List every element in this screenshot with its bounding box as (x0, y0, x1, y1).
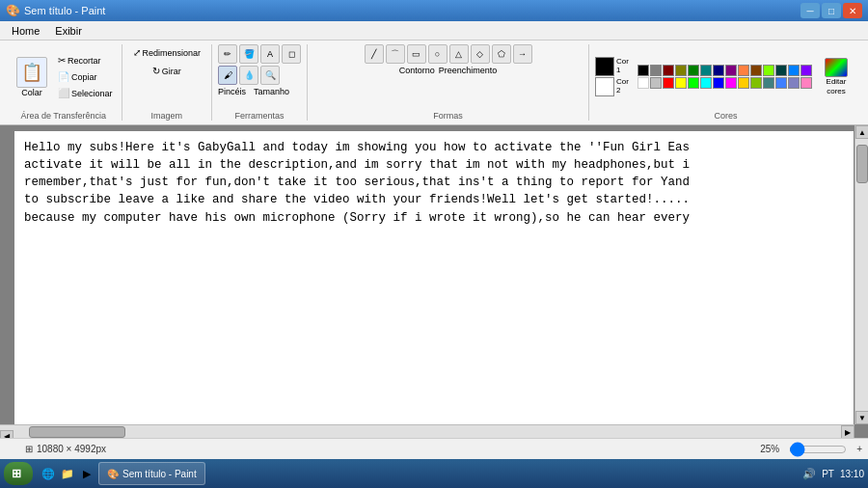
swatch-21[interactable] (725, 77, 737, 89)
swatch-8[interactable] (738, 65, 749, 76)
status-bar: ⊞ 10880 × 4992px 25% + (0, 438, 868, 459)
active-colors: Cor 1 Cor 2 (595, 57, 634, 96)
zoom-in-icon[interactable]: + (856, 444, 862, 454)
line-tool[interactable]: ╱ (365, 44, 384, 64)
swatch-7[interactable] (725, 65, 737, 76)
taskbar-paint-item[interactable]: 🎨 Sem título - Paint (98, 462, 205, 485)
select-button[interactable]: ⬜ Selecionar (55, 86, 116, 100)
swatch-18[interactable] (688, 77, 699, 89)
brushes-label: Pincéis (218, 87, 246, 96)
tray-volume-icon[interactable]: 🔊 (802, 468, 816, 480)
color-palette-grid (637, 65, 812, 89)
swatch-19[interactable] (700, 77, 712, 89)
vertical-scrollbar[interactable]: ▲ ▼ (854, 125, 868, 424)
swatch-14[interactable] (637, 77, 649, 89)
arrow-tool[interactable]: → (513, 44, 532, 64)
paste-icon: 📋 (16, 57, 47, 88)
swatch-27[interactable] (800, 77, 812, 89)
swatch-1[interactable] (650, 65, 662, 76)
swatch-12[interactable] (788, 65, 800, 76)
rotate-button[interactable]: ↻ Girar (148, 63, 186, 79)
resize-button[interactable]: ⤢ Redimensionar (128, 44, 206, 61)
swatch-13[interactable] (800, 65, 812, 76)
scroll-down-button[interactable]: ▼ (855, 411, 868, 424)
brush-tool[interactable]: 🖌 (218, 66, 237, 85)
taskbar-icon-folder[interactable]: 📁 (60, 466, 75, 481)
ribbon-content: 📋 Colar ✂ Recortar 📄 Copiar ⬜ (0, 41, 868, 124)
tools-label: Ferramentas (235, 109, 285, 121)
cut-label: Recortar (68, 56, 101, 66)
eraser-tool[interactable]: ◻ (282, 44, 301, 64)
tools-row1: ✏ 🪣 A ◻ (218, 44, 301, 64)
app-icon: 🎨 (6, 4, 20, 17)
taskbar-icon-ie[interactable]: 🌐 (41, 466, 56, 481)
fill-tool[interactable]: 🪣 (239, 44, 258, 64)
swatch-2[interactable] (663, 65, 674, 76)
clipboard-sub-buttons: ✂ Recortar 📄 Copiar ⬜ Selecionar (55, 53, 116, 100)
pentagon-tool[interactable]: ⬠ (492, 44, 511, 64)
swatch-11[interactable] (775, 65, 787, 76)
swatch-5[interactable] (700, 65, 712, 76)
select-icon: ⬜ (58, 88, 69, 98)
start-windows-icon: ⊞ (12, 467, 21, 480)
copy-button[interactable]: 📄 Copiar (55, 69, 116, 84)
swatch-9[interactable] (750, 65, 762, 76)
swatch-0[interactable] (637, 65, 649, 76)
swatch-3[interactable] (675, 65, 687, 76)
edit-colors-button[interactable]: Editar cores (816, 55, 856, 98)
diamond-tool[interactable]: ◇ (471, 44, 490, 64)
swatch-4[interactable] (688, 65, 699, 76)
menu-home[interactable]: Home (4, 23, 47, 39)
status-right: 25% + (760, 444, 862, 455)
text-tool[interactable]: A (260, 44, 280, 64)
scroll-up-button[interactable]: ▲ (855, 125, 868, 139)
color2-swatch[interactable] (595, 77, 614, 96)
ribbon-group-shapes: ╱ ⌒ ▭ ○ △ ◇ ⬠ → Contorno Preenchimento F… (308, 44, 589, 121)
palette-row-1 (637, 65, 812, 76)
swatch-26[interactable] (788, 77, 800, 89)
swatch-17[interactable] (675, 77, 687, 89)
paste-button[interactable]: 📋 Colar (12, 54, 52, 100)
colors-content: Cor 1 Cor 2 (595, 44, 856, 109)
zoom-slider[interactable] (789, 444, 847, 455)
taskbar-icon-media[interactable]: ▶ (79, 466, 95, 481)
zoom-tool[interactable]: 🔍 (260, 66, 280, 85)
minimize-button[interactable]: ─ (800, 3, 820, 18)
pencil-tool[interactable]: ✏ (218, 44, 237, 64)
tools-content: ✏ 🪣 A ◻ 🖌 💧 🔍 Pincéis Tamanho (218, 44, 301, 109)
cor2-label: Cor 2 (616, 78, 634, 95)
close-button[interactable]: ✕ (843, 3, 862, 18)
horizontal-scroll-thumb[interactable] (29, 426, 125, 438)
swatch-20[interactable] (713, 77, 724, 89)
cut-button[interactable]: ✂ Recortar (55, 53, 116, 68)
swatch-6[interactable] (713, 65, 724, 76)
swatch-25[interactable] (775, 77, 787, 89)
canvas[interactable]: Hello my subs!Here it's GabyGall and tod… (14, 131, 854, 438)
edit-colors-label: Editar cores (821, 77, 852, 95)
vertical-scroll-thumb[interactable] (856, 145, 868, 183)
rect-tool[interactable]: ▭ (407, 44, 426, 64)
scroll-left-button[interactable]: ◀ (0, 430, 14, 439)
swatch-16[interactable] (663, 77, 674, 89)
color-picker-tool[interactable]: 💧 (239, 66, 258, 85)
maximize-button[interactable]: □ (822, 3, 841, 18)
triangle-tool[interactable]: △ (449, 44, 469, 64)
start-button[interactable]: ⊞ (4, 462, 33, 485)
size-label: Tamanho (254, 87, 289, 96)
color1-swatch[interactable] (595, 57, 614, 76)
shapes-label: Formas (433, 109, 463, 121)
swatch-10[interactable] (763, 65, 774, 76)
swatch-15[interactable] (650, 77, 662, 89)
clipboard-label: Área de Transferência (20, 109, 106, 121)
swatch-22[interactable] (738, 77, 749, 89)
menu-exibir[interactable]: Exibir (47, 23, 90, 39)
scroll-right-button[interactable]: ▶ (841, 425, 854, 438)
curve-tool[interactable]: ⌒ (386, 44, 405, 64)
resize-label: Redimensionar (143, 48, 202, 58)
ellipse-tool[interactable]: ○ (428, 44, 448, 64)
horizontal-scrollbar[interactable]: ◀ ▶ (0, 424, 854, 438)
swatch-23[interactable] (750, 77, 762, 89)
swatch-24[interactable] (763, 77, 774, 89)
ribbon-group-clipboard: 📋 Colar ✂ Recortar 📄 Copiar ⬜ (6, 44, 122, 121)
title-bar-left: 🎨 Sem título - Paint (6, 4, 105, 17)
